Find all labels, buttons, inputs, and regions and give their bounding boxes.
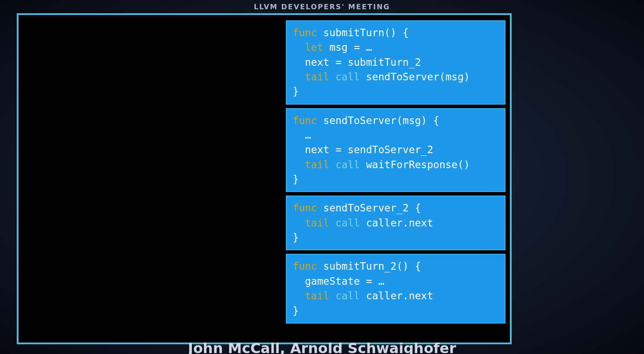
code-token bbox=[329, 159, 336, 170]
code-token: tail bbox=[305, 71, 329, 83]
slide-left-pane bbox=[19, 15, 284, 343]
code-token: sendToServer(msg) bbox=[360, 71, 470, 83]
code-token: sendToServer(msg) { bbox=[317, 115, 439, 126]
code-token: sendToServer_2 { bbox=[317, 202, 421, 214]
code-token bbox=[293, 290, 305, 301]
slide-right-pane: func submitTurn() { let msg = … next = s… bbox=[284, 15, 510, 343]
code-token: call bbox=[336, 290, 360, 301]
code-token: tail bbox=[305, 290, 329, 301]
code-token: … bbox=[293, 129, 311, 141]
code-token: let bbox=[305, 41, 323, 53]
code-token: submitTurn() { bbox=[317, 27, 409, 38]
code-token: tail bbox=[305, 217, 329, 229]
code-block-2: func sendToServer_2 { tail call caller.n… bbox=[286, 196, 505, 250]
code-token bbox=[293, 159, 305, 170]
code-token: call bbox=[336, 159, 360, 170]
code-token: } bbox=[293, 86, 299, 97]
code-token: func bbox=[293, 115, 317, 126]
code-token: call bbox=[336, 217, 360, 229]
code-block-0: func submitTurn() { let msg = … next = s… bbox=[286, 20, 505, 105]
code-token: next = submitTurn_2 bbox=[293, 56, 421, 68]
code-token bbox=[329, 290, 336, 301]
code-token bbox=[293, 217, 305, 229]
code-token: } bbox=[293, 173, 299, 185]
code-token: submitTurn_2() { bbox=[317, 260, 421, 272]
code-token bbox=[293, 71, 305, 83]
code-token bbox=[329, 217, 336, 229]
authors-text: John McCall, Arnold Schwaighofer bbox=[0, 340, 644, 354]
code-token: next = sendToServer_2 bbox=[293, 144, 434, 155]
code-token: gameState = … bbox=[293, 275, 385, 287]
code-token: waitForResponse() bbox=[360, 159, 470, 170]
code-token bbox=[293, 41, 305, 53]
code-token: func bbox=[293, 27, 317, 38]
code-block-3: func submitTurn_2() { gameState = … tail… bbox=[286, 254, 505, 323]
code-token: msg = … bbox=[323, 41, 372, 53]
code-token: tail bbox=[305, 159, 329, 170]
code-token: func bbox=[293, 202, 317, 214]
code-token: caller.next bbox=[360, 217, 433, 229]
code-token: } bbox=[293, 232, 299, 243]
code-block-1: func sendToServer(msg) { … next = sendTo… bbox=[286, 108, 505, 192]
header-title: LLVM DEVELOPERS' MEETING bbox=[0, 0, 644, 11]
code-token: call bbox=[336, 71, 360, 83]
slide-frame: func submitTurn() { let msg = … next = s… bbox=[17, 13, 512, 344]
code-token: func bbox=[293, 260, 317, 272]
code-token: } bbox=[293, 305, 299, 316]
code-token bbox=[329, 71, 336, 83]
code-token: caller.next bbox=[360, 290, 433, 301]
